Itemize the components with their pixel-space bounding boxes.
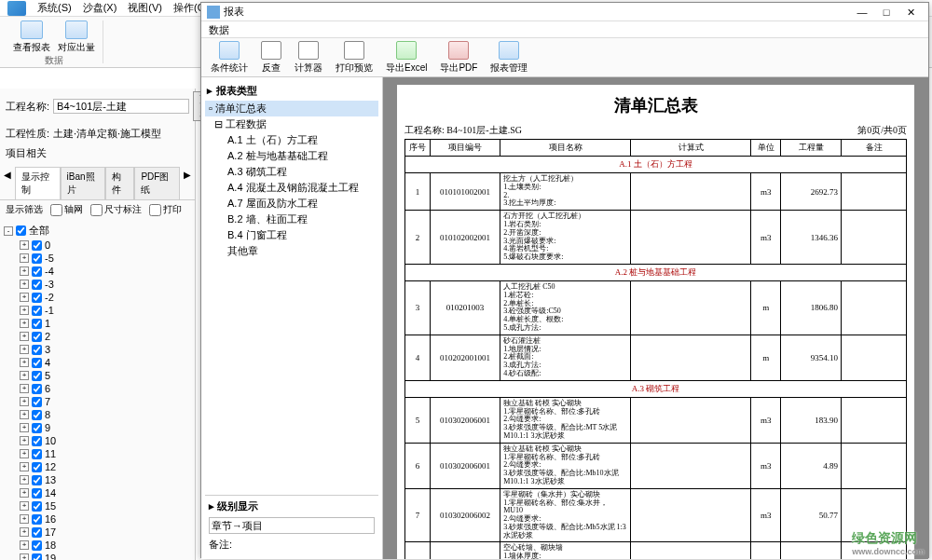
tab-component[interactable]: 构件 bbox=[105, 167, 134, 199]
report-preview-area[interactable]: 清单汇总表 工程名称: B4~101层-土建.SG 第0页/共0页 序号项目编号… bbox=[383, 77, 928, 559]
tab-pdf-drawing[interactable]: PDF图纸 bbox=[134, 167, 180, 199]
proj-name-input[interactable] bbox=[53, 99, 189, 114]
tree-floor-item[interactable]: + 10 bbox=[4, 434, 191, 447]
rtree-item[interactable]: A.1 土（石）方工程 bbox=[205, 132, 378, 148]
tree-floor-item[interactable]: + -2 bbox=[4, 291, 191, 304]
floor-tree[interactable]: - 全部 + 0+ -5+ -4+ -3+ -2+ -1+ 1+ 2+ 3+ 4… bbox=[0, 219, 195, 560]
tree-root-check[interactable] bbox=[16, 225, 26, 236]
tree-expand-icon[interactable]: + bbox=[20, 306, 29, 315]
tree-floor-item[interactable]: + 14 bbox=[4, 486, 191, 499]
rtree-item[interactable]: A.7 屋面及防水工程 bbox=[205, 196, 378, 212]
rtree-item[interactable]: A.3 砌筑工程 bbox=[205, 164, 378, 180]
rtree-root[interactable]: ▫ 清单汇总表 bbox=[205, 101, 378, 116]
tree-expand-icon[interactable]: + bbox=[20, 475, 29, 485]
calculator-button[interactable]: 计算器 bbox=[295, 41, 322, 75]
excel-icon bbox=[396, 41, 417, 60]
tree-expand-icon[interactable]: + bbox=[20, 449, 29, 458]
tree-floor-item[interactable]: + 6 bbox=[4, 382, 191, 395]
tree-expand-icon[interactable]: + bbox=[20, 410, 29, 419]
report-close-button[interactable]: ✕ bbox=[898, 4, 923, 20]
menu-system[interactable]: 系统(S) bbox=[37, 1, 72, 15]
menu-view[interactable]: 视图(V) bbox=[128, 1, 162, 15]
tree-floor-item[interactable]: + 12 bbox=[4, 460, 191, 473]
tree-expand-icon[interactable]: + bbox=[20, 397, 29, 406]
report-menu-data[interactable]: 数据 bbox=[209, 24, 229, 35]
view-report-button[interactable]: 查看报表 bbox=[13, 20, 50, 54]
tree-expand-icon[interactable]: + bbox=[20, 501, 29, 511]
rtree-item[interactable]: B.2 墙、柱面工程 bbox=[205, 212, 378, 227]
tree-floor-item[interactable]: + 18 bbox=[4, 539, 191, 552]
tree-expand-icon[interactable]: + bbox=[20, 384, 29, 393]
tree-floor-item[interactable]: + 19 bbox=[4, 552, 191, 560]
chk-print[interactable]: 打印 bbox=[149, 203, 182, 216]
tree-expand-icon[interactable]: + bbox=[20, 266, 29, 276]
tree-floor-item[interactable]: + 8 bbox=[4, 408, 191, 421]
print-preview-button[interactable]: 打印预览 bbox=[336, 41, 373, 75]
tree-expand-icon[interactable]: + bbox=[20, 371, 29, 380]
tree-expand-icon[interactable]: + bbox=[20, 423, 29, 432]
export-excel-button[interactable]: 导出Excel bbox=[386, 41, 427, 75]
tree-expand-icon[interactable]: + bbox=[20, 345, 29, 354]
tree-floor-item[interactable]: + 4 bbox=[4, 356, 191, 369]
tree-expand-icon[interactable]: + bbox=[20, 514, 29, 524]
export-pdf-button[interactable]: 导出PDF bbox=[440, 41, 477, 75]
tree-floor-item[interactable]: + 13 bbox=[4, 473, 191, 486]
report-window-icon bbox=[207, 6, 220, 19]
tree-floor-item[interactable]: + -4 bbox=[4, 265, 191, 278]
tree-floor-item[interactable]: + 7 bbox=[4, 395, 191, 408]
tree-floor-item[interactable]: + -1 bbox=[4, 304, 191, 317]
tab-prev-button[interactable]: ◀ bbox=[0, 167, 15, 199]
tree-floor-item[interactable]: + 16 bbox=[4, 512, 191, 526]
tree-floor-item[interactable]: + -3 bbox=[4, 278, 191, 291]
note-label: 备注: bbox=[209, 539, 232, 550]
report-maximize-button[interactable]: □ bbox=[874, 4, 898, 20]
menu-sandbox[interactable]: 沙盘(X) bbox=[83, 1, 117, 15]
tree-expand-icon[interactable]: + bbox=[20, 527, 29, 537]
tree-expand-icon[interactable]: + bbox=[20, 332, 29, 341]
tree-expand-icon[interactable]: + bbox=[20, 293, 29, 302]
rtree-item[interactable]: 其他章 bbox=[205, 243, 378, 259]
tree-expand-icon[interactable]: + bbox=[20, 319, 29, 328]
tree-floor-item[interactable]: + 15 bbox=[4, 499, 191, 512]
report-tree-panel: ▸报表类型 ▫ 清单汇总表 ⊟ 工程数据 A.1 土（石）方工程A.2 桩与地基… bbox=[201, 77, 383, 559]
tree-expand-icon[interactable]: + bbox=[20, 358, 29, 367]
report-minimize-button[interactable]: — bbox=[850, 4, 874, 20]
recheck-button[interactable]: 反查 bbox=[261, 41, 281, 75]
export-qty-button[interactable]: 对应出量 bbox=[58, 20, 95, 54]
cond-stat-button[interactable]: 条件统计 bbox=[211, 41, 248, 75]
tree-root-label[interactable]: 全部 bbox=[29, 224, 49, 238]
rtree-item[interactable]: A.2 桩与地基基础工程 bbox=[205, 148, 378, 164]
tree-floor-item[interactable]: + 2 bbox=[4, 330, 191, 343]
tree-expand-icon[interactable]: + bbox=[20, 436, 29, 445]
tab-display-control[interactable]: 显示控制 bbox=[15, 167, 61, 199]
tree-floor-item[interactable]: + 11 bbox=[4, 447, 191, 460]
expand-icon[interactable]: ▸ bbox=[209, 500, 214, 512]
report-mgmt-button[interactable]: 报表管理 bbox=[490, 41, 528, 75]
tree-expand-icon[interactable]: + bbox=[20, 488, 29, 498]
tree-collapse-icon[interactable]: - bbox=[4, 226, 13, 236]
tree-expand-icon[interactable]: + bbox=[20, 540, 29, 550]
tree-expand-icon[interactable]: + bbox=[20, 553, 29, 560]
rtree-group[interactable]: ⊟ 工程数据 bbox=[205, 116, 378, 132]
rtree-item[interactable]: B.4 门窗工程 bbox=[205, 227, 378, 243]
rtree-item[interactable]: A.4 混凝土及钢筋混凝土工程 bbox=[205, 180, 378, 196]
tree-floor-item[interactable]: + 1 bbox=[4, 317, 191, 330]
tree-floor-item[interactable]: + 17 bbox=[4, 526, 191, 539]
ribbon-group-label: 数据 bbox=[45, 54, 63, 67]
tree-expand-icon[interactable]: + bbox=[20, 462, 29, 471]
tree-expand-icon[interactable]: + bbox=[20, 253, 29, 263]
tab-next-button[interactable]: ▶ bbox=[180, 167, 195, 199]
tree-expand-icon[interactable]: + bbox=[20, 280, 29, 289]
chk-size[interactable]: 尺寸标注 bbox=[90, 203, 142, 216]
tree-floor-item[interactable]: + 5 bbox=[4, 369, 191, 382]
level-value-input[interactable] bbox=[209, 517, 375, 534]
expand-icon[interactable]: ▸ bbox=[207, 85, 212, 97]
tree-expand-icon[interactable]: + bbox=[20, 240, 29, 250]
tree-floor-item[interactable]: + 9 bbox=[4, 421, 191, 434]
chk-axis[interactable]: 轴网 bbox=[50, 203, 83, 216]
tree-floor-item[interactable]: + 0 bbox=[4, 239, 191, 252]
report-titlebar: 报表 — □ ✕ bbox=[201, 3, 928, 21]
tree-floor-item[interactable]: + -5 bbox=[4, 252, 191, 265]
tab-iban-photo[interactable]: iBan照片 bbox=[61, 167, 106, 199]
tree-floor-item[interactable]: + 3 bbox=[4, 343, 191, 356]
